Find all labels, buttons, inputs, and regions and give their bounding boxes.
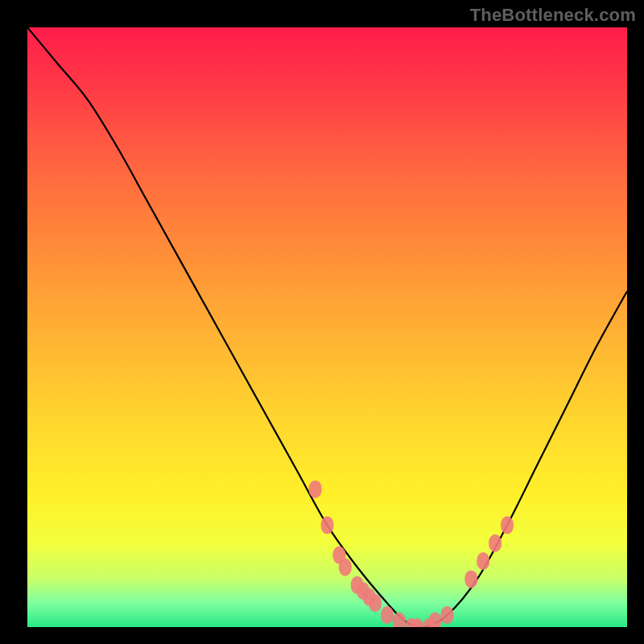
highlight-dot (321, 516, 334, 534)
highlight-dot (477, 552, 489, 570)
highlight-dot (441, 606, 454, 624)
highlight-dot (393, 613, 406, 627)
chart-plot-area (27, 27, 627, 627)
highlight-dot (369, 594, 382, 612)
watermark-text: TheBottleneck.com (470, 5, 636, 26)
highlight-dot (489, 535, 502, 552)
highlight-dots-group (309, 481, 514, 627)
highlight-dot (309, 481, 322, 498)
chart-svg (27, 27, 627, 627)
highlight-dot (464, 570, 477, 588)
bottleneck-curve (27, 27, 627, 627)
highlight-dot (501, 516, 514, 534)
highlight-dot (381, 606, 394, 624)
highlight-dot (339, 559, 352, 576)
highlight-dot (429, 613, 442, 627)
